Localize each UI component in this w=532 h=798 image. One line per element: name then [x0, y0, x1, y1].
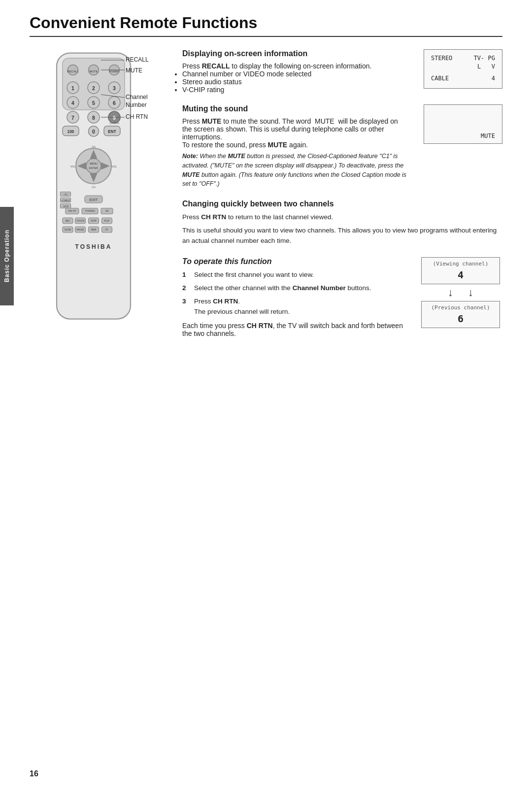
svg-text:TV/VIDEO: TV/VIDEO [85, 210, 96, 212]
svg-text:RECALL: RECALL [67, 70, 79, 73]
svg-text:MENU: MENU [90, 162, 98, 165]
changing-heading: Changing quickly between two channels [182, 200, 502, 208]
step-1: 1 Select the first channel you want to v… [182, 270, 409, 280]
step-3-num: 3 [182, 297, 190, 317]
operate-heading: To operate this function [182, 257, 409, 266]
svg-text:5: 5 [92, 100, 95, 106]
svg-text:4: 4 [71, 100, 74, 106]
section-displaying-text: Displaying on-screen information Press R… [182, 49, 409, 94]
screen-tvpg: TV- PG [474, 55, 495, 62]
svg-text:+VCR: +VCR [63, 205, 69, 208]
bullet-vchip: V-CHIP rating [182, 86, 409, 94]
previous-val: 6 [427, 313, 495, 325]
previous-channel-box: (Previous channel) 6 [421, 301, 500, 328]
step-1-num: 1 [182, 270, 190, 280]
svg-text:7: 7 [71, 115, 74, 121]
sidebar-label: Basic Operation [3, 230, 10, 282]
svg-text:POWER: POWER [109, 70, 119, 73]
page-number: 16 [30, 769, 38, 778]
displaying-screen: STEREO TV- PG L V CABLE 4 [419, 49, 502, 89]
svg-text:EXIT: EXIT [90, 198, 98, 202]
svg-text:ENT: ENT [108, 130, 116, 134]
bullet-channel: Channel number or VIDEO mode selected [182, 70, 409, 78]
displaying-bullets: Channel number or VIDEO mode selected St… [182, 70, 409, 94]
svg-text:TV/VCR: TV/VCR [76, 220, 85, 222]
svg-text:MUTE: MUTE [90, 70, 98, 73]
operate-end: Each time you press CH RTN, the TV will … [182, 322, 409, 337]
mute-display: MUTE [424, 104, 502, 144]
section-displaying: Displaying on-screen information Press R… [182, 49, 502, 94]
remote-wrapper: RECALL MUTE POWER 1 2 3 4 5 6 [30, 49, 158, 330]
arrow-down-left: ↓ [448, 287, 453, 298]
step-2-text: Select the other channel with the Channe… [194, 283, 371, 294]
svg-text:ENTER: ENTER [89, 166, 98, 169]
page-title-section: Convenient Remote Functions [30, 14, 502, 37]
svg-text:STOP: STOP [91, 220, 97, 222]
step-3-text: Press CH RTN.The previous channel will r… [194, 297, 290, 317]
svg-text:SLOW: SLOW [65, 229, 71, 231]
displaying-bold: RECALL [202, 62, 230, 70]
step-1-text: Select the first channel you want to vie… [194, 270, 314, 280]
svg-text:CH: CH [92, 145, 96, 148]
muting-note: Note: When the MUTE button is pressed, t… [182, 152, 409, 189]
screen-cable: CABLE [431, 75, 449, 82]
svg-text:VOL: VOL [70, 165, 76, 168]
bullet-stereo: Stereo audio status [182, 78, 409, 86]
svg-text:TOSHIBA: TOSHIBA [75, 243, 112, 250]
svg-text:FAV CH: FAV CH [68, 210, 76, 212]
svg-text:9: 9 [113, 115, 116, 121]
screen-stereo: STEREO [431, 55, 452, 62]
svg-text:6: 6 [113, 100, 116, 106]
on-screen-display: STEREO TV- PG L V CABLE 4 [424, 49, 502, 89]
muting-bold1: MUTE [202, 117, 222, 125]
displaying-intro: Press RECALL to display the following on… [182, 62, 409, 70]
svg-text:REC: REC [66, 220, 70, 222]
svg-text:0: 0 [92, 129, 95, 134]
changing-para2: This is useful should you want to view t… [182, 226, 502, 246]
section-operate-text: To operate this function 1 Select the fi… [182, 257, 409, 338]
changing-bold1: CH RTN [201, 213, 226, 221]
svg-text:100: 100 [67, 130, 74, 134]
section-muting-text: Muting the sound Press MUTE to mute the … [182, 104, 409, 189]
recall-label: RECALL [126, 56, 149, 63]
page-title: Convenient Remote Functions [30, 14, 502, 32]
ch-rtn-diagram: (Viewing channel) 4 ↓ ↓ (Previous channe… [419, 257, 502, 328]
muting-para2: To restore the sound, press MUTE again. [182, 141, 409, 149]
svg-text:49: 49 [105, 209, 108, 212]
muting-screen: MUTE [419, 104, 502, 144]
channel-number-label: ChannelNumber [126, 94, 148, 109]
title-rule [30, 36, 502, 37]
viewing-channel-box: (Viewing channel) 4 [421, 257, 500, 284]
svg-text:CH: CH [92, 186, 96, 189]
main-content: RECALL MUTE POWER 1 2 3 4 5 6 [30, 49, 502, 768]
section-operate: To operate this function 1 Select the fi… [182, 257, 502, 338]
displaying-heading: Displaying on-screen information [182, 49, 409, 58]
channel-switch-diagram: (Viewing channel) 4 ↓ ↓ (Previous channe… [419, 257, 502, 328]
svg-text:REW: REW [91, 229, 97, 231]
mute-label: MUTE [126, 67, 142, 74]
svg-text:3: 3 [113, 85, 116, 91]
svg-text:PAUSE: PAUSE [77, 229, 84, 231]
svg-text:2: 2 [92, 85, 95, 91]
ch-rtn-label: CH RTN [126, 113, 148, 120]
arrow-pair: ↓ ↓ [448, 287, 473, 298]
mute-label-screen: MUTE [481, 133, 495, 139]
remote-image: RECALL MUTE POWER 1 2 3 4 5 6 [49, 49, 138, 330]
svg-text:VOL: VOL [112, 165, 117, 168]
muting-bold2: MUTE [268, 141, 288, 149]
previous-label: (Previous channel) [427, 304, 495, 311]
viewing-val: 4 [427, 269, 495, 281]
section-muting: Muting the sound Press MUTE to mute the … [182, 104, 502, 189]
arrow-down-right: ↓ [468, 287, 473, 298]
sidebar-tab: Basic Operation [0, 207, 14, 305]
svg-text:1: 1 [71, 85, 74, 91]
changing-para1: Press CH RTN to return to the last chann… [182, 212, 502, 223]
svg-text:+TV: +TV [64, 194, 67, 196]
step-2: 2 Select the other channel with the Chan… [182, 283, 409, 294]
remote-col: RECALL MUTE POWER 1 2 3 4 5 6 [30, 49, 163, 330]
svg-text:PLAY: PLAY [104, 220, 109, 222]
operate-steps: 1 Select the first channel you want to v… [182, 270, 409, 317]
svg-text:CH RTN: CH RTN [109, 122, 119, 125]
section-changing: Changing quickly between two channels Pr… [182, 200, 502, 246]
text-col: Displaying on-screen information Press R… [182, 49, 502, 348]
